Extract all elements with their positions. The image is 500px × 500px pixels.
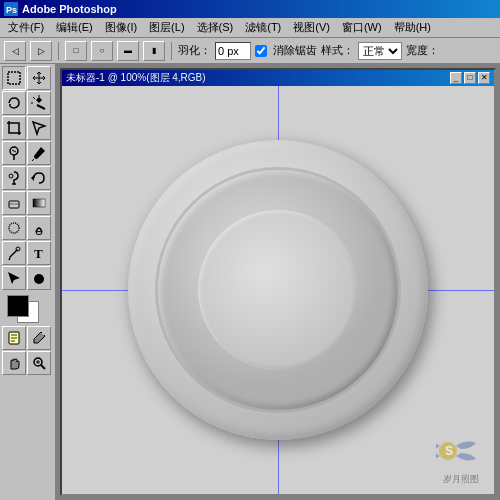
- ellipse-select-button[interactable]: ○: [91, 41, 113, 61]
- menu-layer[interactable]: 图层(L): [143, 18, 190, 37]
- hand-tool-button[interactable]: [2, 351, 26, 375]
- forward-button[interactable]: ▷: [30, 41, 52, 61]
- svg-point-19: [36, 232, 42, 235]
- svg-line-3: [37, 105, 45, 109]
- minimize-button[interactable]: _: [450, 72, 462, 84]
- svg-marker-7: [36, 97, 42, 103]
- lasso-tool-button[interactable]: [2, 91, 26, 115]
- svg-line-21: [9, 258, 10, 260]
- svg-point-18: [9, 223, 19, 233]
- menu-file[interactable]: 文件(F): [2, 18, 50, 37]
- menu-bar: 文件(F) 编辑(E) 图像(I) 图层(L) 选择(S) 滤镜(T) 视图(V…: [0, 18, 500, 38]
- app-title-bar: Ps Adobe Photoshop: [0, 0, 500, 18]
- color-swatches[interactable]: [3, 293, 53, 323]
- watermark-icon: S: [436, 431, 486, 471]
- document-title: 未标器-1 @ 100%(图层 4,RGB): [66, 71, 206, 85]
- svg-point-14: [9, 174, 13, 178]
- width-label: 宽度：: [406, 43, 439, 58]
- clone-stamp-button[interactable]: [2, 166, 26, 190]
- gradient-button[interactable]: [27, 191, 51, 215]
- options-bar: ◁ ▷ □ ○ ▬ ▮ 羽化： 消除锯齿 样式： 正常 宽度：: [0, 38, 500, 64]
- feather-label: 羽化：: [178, 43, 211, 58]
- pen-tool-button[interactable]: [2, 241, 26, 265]
- menu-edit[interactable]: 编辑(E): [50, 18, 99, 37]
- document-controls: _ □ ✕: [450, 72, 490, 84]
- history-brush-button[interactable]: [27, 166, 51, 190]
- slice-tool-button[interactable]: [27, 116, 51, 140]
- zoom-tool-button[interactable]: [27, 351, 51, 375]
- document-canvas[interactable]: S 岁月照图: [62, 86, 494, 494]
- maximize-button[interactable]: □: [464, 72, 476, 84]
- svg-line-11: [12, 150, 16, 152]
- shape-tool-button[interactable]: [27, 266, 51, 290]
- rect-select-button[interactable]: □: [65, 41, 87, 61]
- menu-select[interactable]: 选择(S): [191, 18, 240, 37]
- eyedropper-button[interactable]: [27, 326, 51, 350]
- svg-marker-8: [33, 122, 45, 134]
- svg-line-12: [32, 159, 34, 161]
- svg-rect-2: [8, 72, 20, 84]
- antialias-label: 消除锯齿: [273, 43, 317, 58]
- svg-point-23: [34, 274, 44, 284]
- style-label: 样式：: [321, 43, 354, 58]
- magic-wand-button[interactable]: [27, 91, 51, 115]
- style-select[interactable]: 正常: [358, 42, 402, 60]
- marquee-tool-button[interactable]: [2, 66, 26, 90]
- brush-tool-button[interactable]: [27, 141, 51, 165]
- blur-button[interactable]: [2, 216, 26, 240]
- menu-image[interactable]: 图像(I): [99, 18, 143, 37]
- foreground-color[interactable]: [7, 295, 29, 317]
- notes-button[interactable]: [2, 326, 26, 350]
- watermark: S 岁月照图: [436, 431, 486, 486]
- main-area: T: [0, 64, 500, 500]
- antialias-checkbox[interactable]: [255, 45, 267, 57]
- plate-outer: [128, 140, 428, 440]
- dodge-button[interactable]: [27, 216, 51, 240]
- canvas-area: 未标器-1 @ 100%(图层 4,RGB) _ □ ✕: [56, 64, 500, 500]
- svg-line-30: [41, 365, 45, 369]
- svg-marker-15: [31, 175, 34, 181]
- back-button[interactable]: ◁: [4, 41, 26, 61]
- close-button[interactable]: ✕: [478, 72, 490, 84]
- svg-text:Ps: Ps: [6, 5, 17, 15]
- type-tool-button[interactable]: T: [27, 241, 51, 265]
- app-icon: Ps: [4, 2, 18, 16]
- path-selection-button[interactable]: [2, 266, 26, 290]
- svg-text:T: T: [34, 246, 43, 261]
- svg-point-20: [16, 247, 20, 251]
- toolbar: T: [0, 64, 56, 500]
- menu-window[interactable]: 窗口(W): [336, 18, 388, 37]
- healing-brush-button[interactable]: [2, 141, 26, 165]
- menu-view[interactable]: 视图(V): [287, 18, 336, 37]
- document-title-bar: 未标器-1 @ 100%(图层 4,RGB) _ □ ✕: [62, 70, 494, 86]
- svg-rect-16: [9, 201, 19, 208]
- plate-center: [198, 210, 358, 370]
- svg-text:S: S: [445, 444, 453, 458]
- menu-help[interactable]: 帮助(H): [388, 18, 437, 37]
- feather-input[interactable]: [215, 42, 251, 60]
- menu-filter[interactable]: 滤镜(T): [239, 18, 287, 37]
- single-col-button[interactable]: ▮: [143, 41, 165, 61]
- app-title: Adobe Photoshop: [22, 3, 117, 15]
- plate-ring: [158, 170, 398, 410]
- crop-tool-button[interactable]: [2, 116, 26, 140]
- single-row-button[interactable]: ▬: [117, 41, 139, 61]
- svg-rect-17: [33, 199, 45, 207]
- watermark-text: 岁月照图: [443, 473, 479, 486]
- svg-line-5: [33, 97, 35, 99]
- document-window: 未标器-1 @ 100%(图层 4,RGB) _ □ ✕: [60, 68, 496, 496]
- move-tool-button[interactable]: [27, 66, 51, 90]
- eraser-button[interactable]: [2, 191, 26, 215]
